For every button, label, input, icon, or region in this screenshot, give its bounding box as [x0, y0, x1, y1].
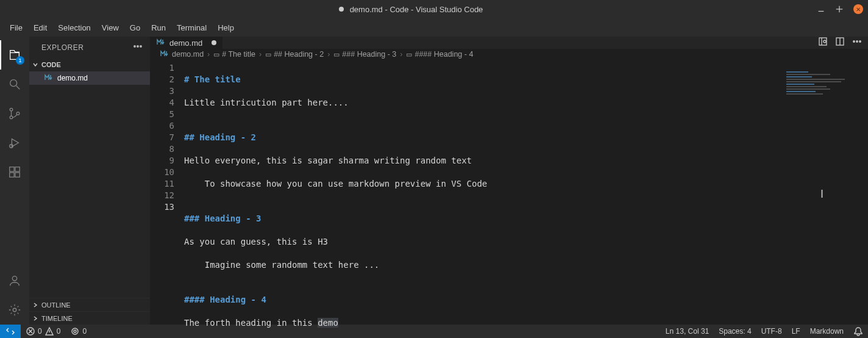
breadcrumb-item[interactable]: # The title [222, 50, 255, 59]
svg-point-6 [10, 116, 13, 119]
svg-point-21 [824, 40, 826, 43]
editor-tabs: demo.md [150, 37, 868, 49]
window-titlebar: demo.md - Code - Visual Studio Code ✕ [0, 0, 868, 18]
activity-settings[interactable] [0, 295, 29, 325]
svg-point-32 [72, 328, 78, 334]
svg-point-5 [10, 108, 13, 111]
tab-label: demo.md [169, 38, 202, 48]
split-editor-icon[interactable] [835, 37, 845, 49]
breadcrumb-item[interactable]: #### Heading - 4 [414, 50, 473, 59]
remote-indicator[interactable] [0, 325, 21, 338]
chevron-right-icon: › [206, 50, 211, 59]
activity-accounts[interactable] [0, 266, 29, 295]
window-minimize-button[interactable] [817, 5, 825, 13]
menu-view[interactable]: View [97, 21, 124, 35]
explorer-sidebar: EXPLORER CODE demo.md OUTLINE TIMELINE [29, 37, 150, 325]
file-tree-item[interactable]: demo.md [29, 71, 150, 85]
symbol-string-icon: ▭ [213, 51, 219, 59]
editor-area: demo.md demo.md › ▭ # The title › ▭ ## H… [150, 37, 868, 325]
svg-rect-13 [15, 173, 20, 177]
minimap[interactable] [786, 71, 859, 108]
status-ports[interactable]: 0 [65, 325, 91, 338]
sidebar-title: EXPLORER [41, 43, 84, 52]
svg-point-16 [134, 46, 135, 47]
sidebar-folder-header[interactable]: CODE [29, 58, 150, 71]
file-name: demo.md [57, 74, 88, 82]
svg-point-33 [74, 330, 76, 333]
chevron-right-icon: › [399, 50, 404, 59]
line-number-gutter: 1234567 8910111213 [150, 60, 184, 338]
breadcrumb-item[interactable]: ## Heading - 2 [274, 50, 324, 59]
activity-search[interactable] [0, 70, 29, 99]
svg-point-26 [859, 41, 861, 42]
markdown-file-icon [160, 49, 169, 60]
activity-bar: 1 [0, 37, 29, 325]
explorer-badge: 1 [16, 56, 24, 65]
svg-point-17 [137, 46, 138, 47]
svg-rect-10 [10, 167, 14, 171]
editor-tab-demo[interactable]: demo.md [150, 37, 223, 49]
activity-extensions[interactable] [0, 157, 29, 187]
symbol-string-icon: ▭ [406, 51, 412, 59]
tab-dirty-indicator [212, 40, 216, 45]
window-maximize-button[interactable] [835, 5, 844, 13]
breadcrumb-item[interactable]: ### Heading - 3 [342, 50, 396, 59]
timeline-section[interactable]: TIMELINE [29, 311, 150, 325]
menu-go[interactable]: Go [125, 21, 145, 35]
menu-selection[interactable]: Selection [53, 21, 95, 35]
activity-run-debug[interactable] [0, 128, 29, 157]
activity-source-control[interactable] [0, 99, 29, 128]
menu-terminal[interactable]: Terminal [172, 21, 212, 35]
svg-point-15 [13, 308, 16, 312]
svg-rect-12 [10, 173, 14, 177]
outline-section[interactable]: OUTLINE [29, 298, 150, 311]
svg-point-7 [16, 112, 20, 115]
markdown-file-icon [156, 37, 166, 49]
sidebar-more-icon[interactable] [133, 41, 143, 53]
svg-point-25 [856, 41, 858, 42]
folder-name: CODE [41, 61, 61, 68]
window-title: demo.md - Code - Visual Studio Code [350, 5, 483, 14]
svg-point-3 [10, 80, 17, 87]
menu-edit[interactable]: Edit [29, 21, 52, 35]
breadcrumb[interactable]: demo.md › ▭ # The title › ▭ ## Heading -… [150, 49, 868, 60]
symbol-string-icon: ▭ [333, 51, 340, 59]
chevron-right-icon: › [258, 50, 263, 59]
symbol-string-icon: ▭ [265, 51, 271, 59]
menu-help[interactable]: Help [213, 21, 239, 35]
activity-explorer[interactable]: 1 [0, 40, 29, 70]
svg-line-4 [16, 86, 20, 90]
dirty-indicator-dot [339, 7, 344, 12]
code-content[interactable]: # The title Little intricution part here… [184, 60, 868, 338]
svg-point-14 [12, 276, 16, 281]
chevron-right-icon: › [326, 50, 331, 59]
code-editor[interactable]: 1234567 8910111213 # The title Little in… [150, 60, 868, 338]
window-close-button[interactable]: ✕ [853, 4, 863, 14]
svg-rect-11 [15, 167, 20, 171]
markdown-file-icon [44, 73, 54, 84]
menu-run[interactable]: Run [146, 21, 171, 35]
svg-rect-19 [819, 38, 827, 45]
menubar: File Edit Selection View Go Run Terminal… [0, 18, 868, 37]
open-preview-icon[interactable] [818, 37, 828, 49]
svg-point-18 [140, 46, 141, 47]
menu-file[interactable]: File [5, 21, 27, 35]
breadcrumb-item[interactable]: demo.md [172, 50, 204, 59]
svg-point-24 [853, 41, 855, 42]
status-problems[interactable]: 0 0 [21, 325, 65, 338]
editor-more-icon[interactable] [852, 37, 862, 49]
